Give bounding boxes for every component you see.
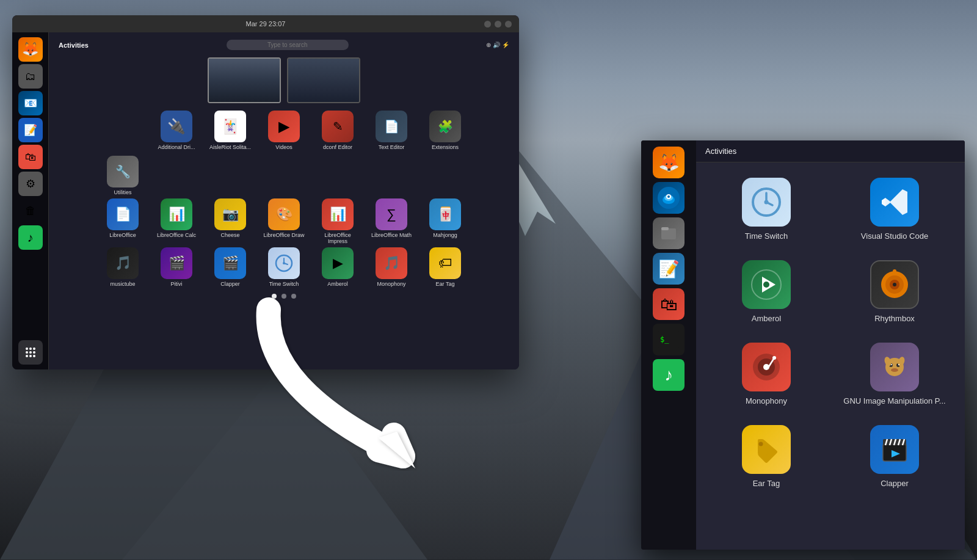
activities-dock-terminal[interactable]: $_ bbox=[653, 324, 685, 355]
timeswitch-icon bbox=[274, 253, 294, 273]
activities-dock-files[interactable] bbox=[653, 217, 685, 249]
activities-app-vscode[interactable]: Visual Studio Code bbox=[830, 169, 959, 251]
app-item-timeswitch[interactable]: Time Switch bbox=[260, 247, 308, 288]
activities-app-gimp[interactable]: GNU Image Manipulation P... bbox=[830, 333, 959, 416]
eartag-label: Ear Tag bbox=[753, 479, 780, 489]
vscode-label: Visual Studio Code bbox=[861, 231, 928, 242]
amberol-app-icon bbox=[742, 260, 791, 309]
activities-app-monophony[interactable]: Monophony bbox=[702, 333, 830, 416]
page-dot-1[interactable] bbox=[272, 294, 277, 299]
activities-app-grid: Time Switch Visual Studio Code bbox=[696, 162, 965, 504]
activities-app-rhythmbox[interactable]: Rhythmbox bbox=[830, 251, 959, 333]
app-item-utilities[interactable]: 🔧 Utilities bbox=[98, 156, 147, 196]
app-item-text-editor[interactable]: 📄 Text Editor bbox=[367, 111, 416, 151]
grid-icon bbox=[24, 346, 37, 358]
workspace-thumbnails bbox=[208, 57, 360, 103]
dock-icon-settings[interactable]: ⚙ bbox=[18, 172, 43, 196]
app-item-pitivi[interactable]: 🎬 Pitivi bbox=[152, 247, 201, 288]
window-dot bbox=[495, 21, 501, 27]
activities-app-clapper[interactable]: Clapper bbox=[830, 416, 959, 498]
workspace-thumb-2[interactable] bbox=[287, 57, 360, 103]
svg-point-31 bbox=[765, 200, 769, 205]
activities-app-timeswitch[interactable]: Time Switch bbox=[702, 169, 830, 251]
app-grid-row3: 🎵 musictube 🎬 Pitivi 🎬 Clapper bbox=[98, 247, 470, 288]
gnome-main-area: Activities ⊕ 🔊 ⚡ 🔌 Additional Dri... bbox=[49, 32, 519, 369]
svg-rect-33 bbox=[769, 188, 772, 190]
amberol-large-icon bbox=[750, 268, 783, 301]
activities-dock-firefox[interactable]: 🦊 bbox=[653, 147, 685, 178]
svg-marker-35 bbox=[882, 198, 885, 206]
search-input[interactable] bbox=[227, 40, 349, 50]
files-icon bbox=[658, 222, 680, 244]
app-item-lo-math[interactable]: ∑ LibreOffice Math bbox=[367, 198, 416, 245]
app-item-clapper[interactable]: 🎬 Clapper bbox=[206, 247, 255, 288]
svg-point-12 bbox=[29, 355, 32, 357]
dock-icon-trash[interactable]: 🗑 bbox=[18, 198, 43, 223]
app-item-extensions[interactable]: 🧩 Extensions bbox=[421, 111, 470, 151]
app-item-cheese[interactable]: 📷 Cheese bbox=[206, 198, 255, 245]
app-grid-row2: 📄 LibreOffice 📊 LibreOffice Calc 📷 Chees… bbox=[98, 198, 470, 245]
app-item-lo-impress[interactable]: 📊 LibreOffice Impress bbox=[313, 198, 362, 245]
app-item-dconf[interactable]: ✎ dconf Editor bbox=[313, 111, 362, 151]
svg-point-10 bbox=[33, 351, 35, 354]
dock-icon-files[interactable]: 🗂 bbox=[18, 64, 43, 89]
app-grid: 🔌 Additional Dri... 🃏 AisleRiot Solita..… bbox=[98, 111, 470, 196]
app-item-additional-drivers[interactable]: 🔌 Additional Dri... bbox=[152, 111, 201, 151]
dock-icon-firefox[interactable]: 🦊 bbox=[18, 37, 43, 62]
app-item-amberol[interactable]: ▶ Amberol bbox=[313, 247, 362, 288]
app-item-lo-calc[interactable]: 📊 LibreOffice Calc bbox=[152, 198, 201, 245]
gnome-dock: 🦊 🗂 📧 📝 🛍 ⚙ 🗑 bbox=[12, 32, 49, 369]
dock-icon-spotify[interactable]: ♪ bbox=[18, 225, 43, 250]
svg-text:$_: $_ bbox=[660, 335, 669, 344]
app-item-musictube[interactable]: 🎵 musictube bbox=[98, 247, 147, 288]
eartag-app-icon: ♪ bbox=[742, 425, 791, 474]
activities-label[interactable]: Activities bbox=[59, 42, 89, 49]
dock-icon-libreoffice[interactable]: 📝 bbox=[18, 118, 43, 142]
svg-point-55 bbox=[891, 364, 892, 365]
svg-rect-25 bbox=[661, 227, 669, 230]
app-item-ear-tag[interactable]: 🏷 Ear Tag bbox=[421, 247, 470, 288]
app-item-monophony[interactable]: 🎵 Monophony bbox=[367, 247, 416, 288]
workspace-thumb-1[interactable] bbox=[208, 57, 281, 103]
svg-point-43 bbox=[893, 269, 896, 273]
screenshot-titlebar: Mar 29 23:07 bbox=[12, 15, 519, 32]
rhythmbox-app-icon bbox=[870, 260, 919, 309]
thunderbird-icon bbox=[657, 186, 680, 209]
activities-dock-thunderbird[interactable] bbox=[653, 182, 685, 214]
dock-apps-button[interactable] bbox=[18, 340, 43, 365]
app-item-aisleriot[interactable]: 🃏 AisleRiot Solita... bbox=[206, 111, 255, 151]
monophony-large-icon bbox=[750, 351, 783, 384]
app-item-lo-draw[interactable]: 🎨 LibreOffice Draw bbox=[260, 198, 308, 245]
app-item-lo-writer[interactable]: 📄 LibreOffice bbox=[98, 198, 147, 245]
svg-point-48 bbox=[772, 356, 776, 360]
svg-point-17 bbox=[283, 262, 285, 264]
window-dot bbox=[505, 21, 512, 27]
activities-dock-spotify[interactable]: ♪ bbox=[653, 359, 685, 391]
app-item-videos[interactable]: ▶ Videos bbox=[260, 111, 308, 151]
terminal-icon: $_ bbox=[658, 331, 680, 348]
activities-dock-shop[interactable]: 🛍 bbox=[653, 288, 685, 320]
svg-point-57 bbox=[759, 442, 763, 446]
monophony-label: Monophony bbox=[746, 396, 787, 407]
gimp-large-icon bbox=[878, 351, 911, 384]
vscode-large-icon bbox=[878, 186, 911, 219]
activities-app-ear-tag[interactable]: ♪ Ear Tag bbox=[702, 416, 830, 498]
page-dot-2[interactable] bbox=[281, 294, 286, 299]
clapper-app-icon bbox=[870, 425, 919, 474]
page-dot-3[interactable] bbox=[291, 294, 296, 299]
app-item-mahjong[interactable]: 🀄 Mahjongg bbox=[421, 198, 470, 245]
desktop-screenshot: Mar 29 23:07 🦊 🗂 📧 📝 bbox=[12, 15, 519, 369]
dock-icon-software[interactable]: 🛍 bbox=[18, 145, 43, 169]
svg-point-38 bbox=[763, 281, 770, 288]
window-dot bbox=[484, 21, 491, 27]
dock-icon-thunderbird[interactable]: 📧 bbox=[18, 91, 43, 115]
timeswitch-large-icon bbox=[749, 184, 784, 220]
activities-app-amberol[interactable]: Amberol bbox=[702, 251, 830, 333]
app-item-language[interactable] bbox=[98, 111, 147, 151]
activities-dock-writer[interactable]: 📝 bbox=[653, 253, 685, 285]
svg-point-11 bbox=[26, 355, 28, 357]
svg-marker-34 bbox=[882, 189, 907, 215]
svg-point-13 bbox=[33, 355, 35, 357]
svg-point-56 bbox=[898, 364, 899, 365]
topbar-icons: ⊕ 🔊 ⚡ bbox=[486, 42, 509, 48]
